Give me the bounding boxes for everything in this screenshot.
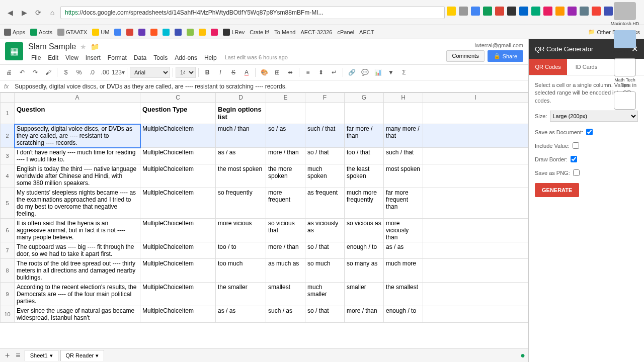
cell[interactable] [423, 219, 528, 242]
functions-icon[interactable]: Σ [398, 66, 410, 78]
bookmark-item[interactable]: LRev [223, 29, 245, 36]
folder-icon[interactable]: 📁 [91, 43, 99, 51]
cell[interactable]: more viciously than [384, 219, 423, 242]
row-header[interactable]: 9 [1, 283, 15, 306]
cell[interactable]: the smaller [216, 283, 266, 306]
cell[interactable] [305, 103, 345, 124]
reload-button[interactable]: ⟳ [32, 7, 44, 19]
cell[interactable]: more vicious [216, 219, 266, 242]
sheet-tab[interactable]: QR Reader ▾ [60, 350, 105, 361]
col-header[interactable]: D [216, 93, 266, 103]
row-header[interactable]: 5 [1, 188, 15, 219]
bookmark-item[interactable] [150, 29, 157, 36]
bold-icon[interactable]: B [201, 66, 213, 78]
cell[interactable]: MultipleChoiceItem [140, 242, 216, 259]
ext-icon[interactable] [543, 7, 552, 16]
cell[interactable]: My students' sleepless nights became ---… [15, 188, 140, 219]
cell[interactable]: so / that [305, 306, 345, 323]
comments-button[interactable]: Comments [446, 50, 484, 62]
cell[interactable]: MultipleChoiceItem [140, 219, 216, 242]
cell[interactable]: as / as [216, 306, 266, 323]
menu-format[interactable]: Format [105, 53, 130, 62]
ext-icon[interactable] [459, 7, 468, 16]
redo-icon[interactable]: ↷ [29, 66, 41, 78]
ext-icon[interactable] [531, 7, 540, 16]
add-sheet-button[interactable]: + [3, 351, 12, 360]
ext-icon[interactable] [580, 7, 589, 16]
cell[interactable]: It is often said that the hyena is an ag… [15, 219, 140, 242]
row-header[interactable]: 3 [1, 148, 15, 164]
row-header[interactable]: 4 [1, 164, 15, 188]
bookmark-item[interactable]: Apps [4, 29, 25, 36]
cell[interactable] [423, 242, 528, 259]
cell[interactable]: as much as [266, 259, 305, 283]
back-button[interactable]: ◀ [4, 7, 16, 19]
bookmark-item[interactable] [138, 29, 145, 36]
cell[interactable]: such / that [305, 124, 345, 148]
cell[interactable]: much more frequently [345, 188, 384, 219]
bookmark-item[interactable] [187, 29, 194, 36]
cell[interactable] [423, 188, 528, 219]
cell[interactable] [384, 103, 423, 124]
font-size-select[interactable]: 14 [176, 67, 196, 78]
cell[interactable] [423, 164, 528, 188]
menu-view[interactable]: View [62, 53, 82, 62]
home-button[interactable]: ⌂ [46, 7, 58, 19]
tab-qrcodes[interactable]: QR Codes [529, 59, 567, 75]
ext-icon[interactable] [592, 7, 601, 16]
bookmark-item[interactable] [163, 29, 170, 36]
col-header[interactable]: F [305, 93, 345, 103]
bookmark-item[interactable]: UM [92, 29, 109, 36]
comment-icon[interactable]: 💬 [359, 66, 371, 78]
desktop-item[interactable] [614, 92, 636, 111]
cell[interactable]: smaller [345, 283, 384, 306]
menu-addons[interactable]: Add-ons [172, 53, 200, 62]
cell[interactable]: so frequently [216, 188, 266, 219]
cell[interactable]: so many as [345, 259, 384, 283]
cell[interactable]: enough / to [345, 242, 384, 259]
cell[interactable]: so vicious that [266, 219, 305, 242]
cell[interactable]: MultipleChoiceItem [140, 164, 216, 188]
address-bar[interactable]: https://docs.google.com/spreadsheets/d/1… [60, 6, 445, 19]
cell[interactable]: smallest [266, 283, 305, 306]
cell[interactable]: too / that [345, 148, 384, 164]
cell[interactable]: MultipleChoiceItem [140, 283, 216, 306]
draw-border-checkbox[interactable] [571, 156, 577, 162]
cell[interactable]: such / that [384, 148, 423, 164]
cell[interactable] [423, 124, 528, 148]
ext-icon[interactable] [483, 7, 492, 16]
cell[interactable]: Question Type [140, 103, 216, 124]
currency-icon[interactable]: $ [60, 66, 72, 78]
sheet-tab[interactable]: Sheet1 ▾ [25, 350, 58, 361]
save-png-checkbox[interactable] [573, 169, 580, 176]
cell[interactable]: more / than [266, 242, 305, 259]
bookmark-item[interactable] [211, 29, 218, 36]
italic-icon[interactable]: I [214, 66, 226, 78]
bookmark-item[interactable] [175, 29, 182, 36]
cell[interactable]: the least spoken [345, 164, 384, 188]
cell[interactable]: so / that [305, 242, 345, 259]
fill-color-icon[interactable]: 🎨 [258, 66, 270, 78]
wrap-icon[interactable]: ↵ [328, 66, 340, 78]
cell[interactable] [345, 103, 384, 124]
undo-icon[interactable]: ↶ [16, 66, 28, 78]
print-icon[interactable]: 🖨 [3, 66, 15, 78]
col-header[interactable]: I [423, 93, 528, 103]
menu-insert[interactable]: Insert [83, 53, 104, 62]
text-color-icon[interactable]: A [240, 66, 253, 78]
menu-tools[interactable]: Tools [150, 53, 171, 62]
desktop-item[interactable]: Macintosh HD [611, 2, 639, 26]
cell[interactable]: many more / that [384, 124, 423, 148]
cell[interactable]: The roots of the old tree spread out ---… [15, 259, 140, 283]
ext-icon[interactable] [555, 7, 565, 16]
cell[interactable] [266, 103, 305, 124]
bookmark-item[interactable]: To Mend [274, 29, 295, 35]
cell[interactable]: MultipleChoiceItem [140, 306, 216, 323]
sheets-logo-icon[interactable]: ▦ [5, 42, 23, 60]
borders-icon[interactable]: ⊞ [271, 66, 283, 78]
link-icon[interactable]: 🔗 [346, 66, 358, 78]
cell[interactable]: far more / than [345, 124, 384, 148]
ext-icon[interactable] [519, 7, 528, 16]
row-header[interactable]: 2 [1, 124, 15, 148]
bookmark-item[interactable]: AECT-32326 [300, 29, 332, 35]
